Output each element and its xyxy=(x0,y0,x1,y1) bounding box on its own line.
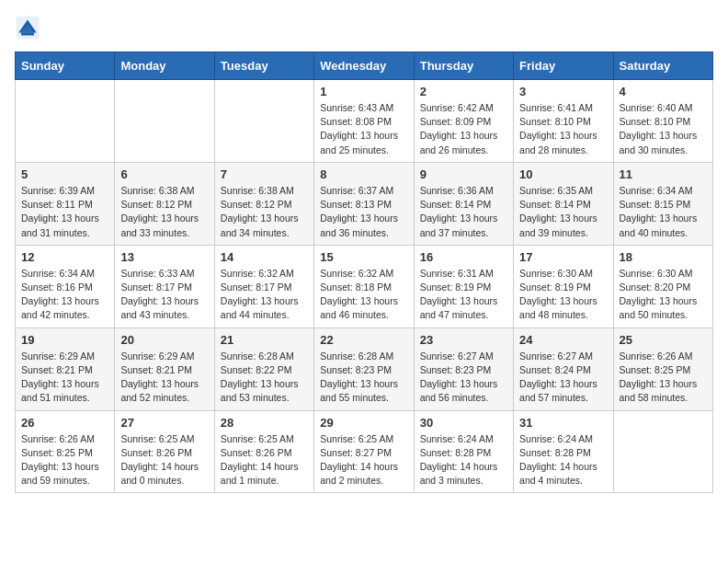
day-number: 5 xyxy=(21,167,108,181)
day-info: Sunrise: 6:26 AM Sunset: 8:25 PM Dayligh… xyxy=(620,350,707,406)
column-header-sunday: Sunday xyxy=(16,52,115,80)
logo-icon xyxy=(15,15,40,40)
day-number: 20 xyxy=(120,333,208,347)
calendar-row: 26Sunrise: 6:26 AM Sunset: 8:25 PM Dayli… xyxy=(16,410,713,493)
day-number: 13 xyxy=(120,250,208,264)
day-number: 12 xyxy=(21,250,108,264)
day-info: Sunrise: 6:30 AM Sunset: 8:19 PM Dayligh… xyxy=(519,267,607,323)
day-info: Sunrise: 6:34 AM Sunset: 8:16 PM Dayligh… xyxy=(21,267,108,323)
calendar-cell: 24Sunrise: 6:27 AM Sunset: 8:24 PM Dayli… xyxy=(514,327,613,410)
day-number: 19 xyxy=(21,333,108,347)
day-info: Sunrise: 6:35 AM Sunset: 8:14 PM Dayligh… xyxy=(519,184,607,240)
calendar-cell: 25Sunrise: 6:26 AM Sunset: 8:25 PM Dayli… xyxy=(613,327,712,410)
calendar-cell: 17Sunrise: 6:30 AM Sunset: 8:19 PM Dayli… xyxy=(514,245,613,327)
day-number: 27 xyxy=(120,416,208,430)
calendar-cell xyxy=(16,80,115,163)
day-info: Sunrise: 6:24 AM Sunset: 8:28 PM Dayligh… xyxy=(420,432,507,488)
calendar-cell: 1Sunrise: 6:43 AM Sunset: 8:08 PM Daylig… xyxy=(314,80,414,163)
calendar-cell: 11Sunrise: 6:34 AM Sunset: 8:15 PM Dayli… xyxy=(613,162,712,245)
calendar-cell: 8Sunrise: 6:37 AM Sunset: 8:13 PM Daylig… xyxy=(314,162,414,245)
calendar-cell: 9Sunrise: 6:36 AM Sunset: 8:14 PM Daylig… xyxy=(414,162,513,245)
day-info: Sunrise: 6:28 AM Sunset: 8:23 PM Dayligh… xyxy=(320,350,407,406)
day-number: 26 xyxy=(21,416,108,430)
day-info: Sunrise: 6:25 AM Sunset: 8:26 PM Dayligh… xyxy=(221,432,308,488)
day-number: 16 xyxy=(420,250,507,264)
day-info: Sunrise: 6:41 AM Sunset: 8:10 PM Dayligh… xyxy=(519,101,607,157)
calendar-cell: 28Sunrise: 6:25 AM Sunset: 8:26 PM Dayli… xyxy=(214,410,313,493)
calendar-cell: 3Sunrise: 6:41 AM Sunset: 8:10 PM Daylig… xyxy=(514,80,613,163)
day-number: 14 xyxy=(221,250,308,264)
day-info: Sunrise: 6:42 AM Sunset: 8:09 PM Dayligh… xyxy=(420,101,507,157)
day-info: Sunrise: 6:24 AM Sunset: 8:28 PM Dayligh… xyxy=(519,432,607,488)
calendar-cell: 22Sunrise: 6:28 AM Sunset: 8:23 PM Dayli… xyxy=(314,327,414,410)
day-info: Sunrise: 6:28 AM Sunset: 8:22 PM Dayligh… xyxy=(221,350,308,406)
day-number: 4 xyxy=(620,85,707,98)
day-info: Sunrise: 6:25 AM Sunset: 8:27 PM Dayligh… xyxy=(320,432,407,488)
calendar-cell: 10Sunrise: 6:35 AM Sunset: 8:14 PM Dayli… xyxy=(514,162,613,245)
day-info: Sunrise: 6:27 AM Sunset: 8:24 PM Dayligh… xyxy=(519,350,607,406)
logo xyxy=(15,15,44,40)
day-number: 23 xyxy=(420,333,507,347)
day-number: 2 xyxy=(420,85,507,98)
calendar-cell: 12Sunrise: 6:34 AM Sunset: 8:16 PM Dayli… xyxy=(16,245,115,327)
calendar-cell: 13Sunrise: 6:33 AM Sunset: 8:17 PM Dayli… xyxy=(115,245,214,327)
calendar-cell: 19Sunrise: 6:29 AM Sunset: 8:21 PM Dayli… xyxy=(16,327,115,410)
day-number: 15 xyxy=(320,250,407,264)
calendar-row: 12Sunrise: 6:34 AM Sunset: 8:16 PM Dayli… xyxy=(16,245,713,327)
day-info: Sunrise: 6:38 AM Sunset: 8:12 PM Dayligh… xyxy=(221,184,308,240)
calendar-cell: 29Sunrise: 6:25 AM Sunset: 8:27 PM Dayli… xyxy=(314,410,414,493)
day-number: 29 xyxy=(320,416,407,430)
calendar-cell: 21Sunrise: 6:28 AM Sunset: 8:22 PM Dayli… xyxy=(214,327,313,410)
calendar-cell: 7Sunrise: 6:38 AM Sunset: 8:12 PM Daylig… xyxy=(214,162,313,245)
day-info: Sunrise: 6:29 AM Sunset: 8:21 PM Dayligh… xyxy=(21,350,108,406)
page-header xyxy=(15,15,713,40)
calendar-cell: 30Sunrise: 6:24 AM Sunset: 8:28 PM Dayli… xyxy=(414,410,513,493)
column-header-saturday: Saturday xyxy=(613,52,712,80)
calendar-cell: 6Sunrise: 6:38 AM Sunset: 8:12 PM Daylig… xyxy=(115,162,214,245)
day-info: Sunrise: 6:39 AM Sunset: 8:11 PM Dayligh… xyxy=(21,184,108,240)
day-number: 21 xyxy=(221,333,308,347)
calendar-cell: 31Sunrise: 6:24 AM Sunset: 8:28 PM Dayli… xyxy=(514,410,613,493)
day-number: 3 xyxy=(519,85,607,98)
calendar-row: 5Sunrise: 6:39 AM Sunset: 8:11 PM Daylig… xyxy=(16,162,713,245)
day-info: Sunrise: 6:31 AM Sunset: 8:19 PM Dayligh… xyxy=(420,267,507,323)
day-number: 17 xyxy=(519,250,607,264)
column-header-wednesday: Wednesday xyxy=(314,52,414,80)
day-info: Sunrise: 6:32 AM Sunset: 8:17 PM Dayligh… xyxy=(221,267,308,323)
calendar-cell: 4Sunrise: 6:40 AM Sunset: 8:10 PM Daylig… xyxy=(613,80,712,163)
day-info: Sunrise: 6:37 AM Sunset: 8:13 PM Dayligh… xyxy=(320,184,407,240)
calendar-cell: 26Sunrise: 6:26 AM Sunset: 8:25 PM Dayli… xyxy=(16,410,115,493)
day-number: 31 xyxy=(519,416,607,430)
calendar-cell: 15Sunrise: 6:32 AM Sunset: 8:18 PM Dayli… xyxy=(314,245,414,327)
day-number: 28 xyxy=(221,416,308,430)
day-number: 11 xyxy=(620,167,707,181)
day-info: Sunrise: 6:34 AM Sunset: 8:15 PM Dayligh… xyxy=(620,184,707,240)
day-number: 7 xyxy=(221,167,308,181)
column-header-monday: Monday xyxy=(115,52,214,80)
calendar-cell: 14Sunrise: 6:32 AM Sunset: 8:17 PM Dayli… xyxy=(214,245,313,327)
day-info: Sunrise: 6:38 AM Sunset: 8:12 PM Dayligh… xyxy=(120,184,208,240)
calendar-cell: 18Sunrise: 6:30 AM Sunset: 8:20 PM Dayli… xyxy=(613,245,712,327)
day-info: Sunrise: 6:32 AM Sunset: 8:18 PM Dayligh… xyxy=(320,267,407,323)
day-number: 18 xyxy=(620,250,707,264)
day-info: Sunrise: 6:27 AM Sunset: 8:23 PM Dayligh… xyxy=(420,350,507,406)
day-info: Sunrise: 6:25 AM Sunset: 8:26 PM Dayligh… xyxy=(120,432,208,488)
calendar-cell: 2Sunrise: 6:42 AM Sunset: 8:09 PM Daylig… xyxy=(414,80,513,163)
calendar-cell: 23Sunrise: 6:27 AM Sunset: 8:23 PM Dayli… xyxy=(414,327,513,410)
column-header-thursday: Thursday xyxy=(414,52,513,80)
calendar-row: 19Sunrise: 6:29 AM Sunset: 8:21 PM Dayli… xyxy=(16,327,713,410)
day-info: Sunrise: 6:33 AM Sunset: 8:17 PM Dayligh… xyxy=(120,267,208,323)
calendar-row: 1Sunrise: 6:43 AM Sunset: 8:08 PM Daylig… xyxy=(16,80,713,163)
day-number: 6 xyxy=(120,167,208,181)
day-number: 24 xyxy=(519,333,607,347)
day-number: 22 xyxy=(320,333,407,347)
column-header-friday: Friday xyxy=(514,52,613,80)
day-number: 8 xyxy=(320,167,407,181)
column-header-tuesday: Tuesday xyxy=(214,52,313,80)
day-info: Sunrise: 6:29 AM Sunset: 8:21 PM Dayligh… xyxy=(120,350,208,406)
day-number: 25 xyxy=(620,333,707,347)
day-info: Sunrise: 6:43 AM Sunset: 8:08 PM Dayligh… xyxy=(320,101,407,157)
day-info: Sunrise: 6:30 AM Sunset: 8:20 PM Dayligh… xyxy=(620,267,707,323)
day-number: 9 xyxy=(420,167,507,181)
calendar-cell xyxy=(115,80,214,163)
